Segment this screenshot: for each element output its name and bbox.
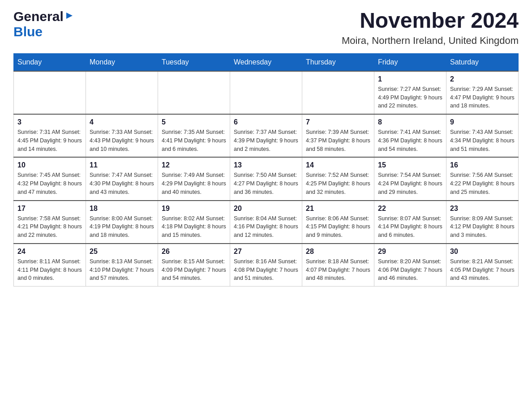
day-number: 22 (378, 205, 442, 213)
day-number: 10 (17, 161, 82, 169)
calendar-cell: 29Sunrise: 8:20 AM Sunset: 4:06 PM Dayli… (374, 244, 446, 287)
day-number: 25 (90, 248, 154, 256)
calendar-header-sunday: Sunday (14, 53, 86, 71)
calendar-cell (230, 71, 302, 114)
calendar-cell: 22Sunrise: 8:07 AM Sunset: 4:14 PM Dayli… (374, 201, 446, 244)
calendar-cell: 21Sunrise: 8:06 AM Sunset: 4:15 PM Dayli… (302, 201, 374, 244)
calendar-cell (14, 71, 86, 114)
calendar-week-row-5: 24Sunrise: 8:11 AM Sunset: 4:11 PM Dayli… (14, 244, 519, 287)
month-title: November 2024 (342, 9, 519, 33)
calendar-header-row: SundayMondayTuesdayWednesdayThursdayFrid… (14, 53, 519, 71)
title-section: November 2024 Moira, Northern Ireland, U… (342, 9, 519, 47)
day-number: 5 (162, 118, 226, 126)
calendar-cell: 10Sunrise: 7:45 AM Sunset: 4:32 PM Dayli… (14, 157, 86, 200)
calendar-week-row-3: 10Sunrise: 7:45 AM Sunset: 4:32 PM Dayli… (14, 157, 519, 200)
calendar-header-tuesday: Tuesday (158, 53, 230, 71)
svg-marker-0 (66, 13, 73, 19)
calendar-cell: 18Sunrise: 8:00 AM Sunset: 4:19 PM Dayli… (86, 201, 158, 244)
day-info: Sunrise: 8:00 AM Sunset: 4:19 PM Dayligh… (90, 214, 154, 240)
calendar-cell (302, 71, 374, 114)
calendar-cell: 17Sunrise: 7:58 AM Sunset: 4:21 PM Dayli… (14, 201, 86, 244)
day-number: 8 (378, 118, 442, 126)
calendar-cell: 1Sunrise: 7:27 AM Sunset: 4:49 PM Daylig… (374, 71, 446, 114)
day-number: 6 (234, 118, 298, 126)
day-number: 27 (234, 248, 298, 256)
day-info: Sunrise: 7:54 AM Sunset: 4:24 PM Dayligh… (378, 171, 442, 196)
logo-general-text: General (13, 9, 64, 24)
day-number: 20 (234, 205, 298, 213)
calendar-cell: 28Sunrise: 8:18 AM Sunset: 4:07 PM Dayli… (302, 244, 374, 287)
calendar-cell: 24Sunrise: 8:11 AM Sunset: 4:11 PM Dayli… (14, 244, 86, 287)
day-number: 3 (17, 118, 82, 126)
day-info: Sunrise: 7:37 AM Sunset: 4:39 PM Dayligh… (234, 128, 298, 153)
day-info: Sunrise: 7:58 AM Sunset: 4:21 PM Dayligh… (17, 214, 82, 240)
day-info: Sunrise: 7:56 AM Sunset: 4:22 PM Dayligh… (450, 171, 515, 196)
calendar-cell: 2Sunrise: 7:29 AM Sunset: 4:47 PM Daylig… (446, 71, 519, 114)
day-info: Sunrise: 8:02 AM Sunset: 4:18 PM Dayligh… (162, 214, 226, 240)
calendar-cell (86, 71, 158, 114)
day-number: 7 (306, 118, 370, 126)
calendar-cell: 6Sunrise: 7:37 AM Sunset: 4:39 PM Daylig… (230, 114, 302, 157)
calendar-header-friday: Friday (374, 53, 446, 71)
calendar-table: SundayMondayTuesdayWednesdayThursdayFrid… (13, 53, 519, 287)
calendar-header-monday: Monday (86, 53, 158, 71)
calendar-cell: 4Sunrise: 7:33 AM Sunset: 4:43 PM Daylig… (86, 114, 158, 157)
calendar-cell: 9Sunrise: 7:43 AM Sunset: 4:34 PM Daylig… (446, 114, 519, 157)
calendar-cell: 14Sunrise: 7:52 AM Sunset: 4:25 PM Dayli… (302, 157, 374, 200)
calendar-cell: 8Sunrise: 7:41 AM Sunset: 4:36 PM Daylig… (374, 114, 446, 157)
calendar-week-row-2: 3Sunrise: 7:31 AM Sunset: 4:45 PM Daylig… (14, 114, 519, 157)
day-info: Sunrise: 7:39 AM Sunset: 4:37 PM Dayligh… (306, 128, 370, 153)
day-number: 16 (450, 161, 515, 169)
page-header: General Blue November 2024 Moira, Northe… (13, 9, 519, 47)
day-number: 26 (162, 248, 226, 256)
calendar-cell: 19Sunrise: 8:02 AM Sunset: 4:18 PM Dayli… (158, 201, 230, 244)
calendar-header-wednesday: Wednesday (230, 53, 302, 71)
day-info: Sunrise: 7:31 AM Sunset: 4:45 PM Dayligh… (17, 128, 82, 153)
calendar-cell: 27Sunrise: 8:16 AM Sunset: 4:08 PM Dayli… (230, 244, 302, 287)
logo-arrow-icon (64, 11, 74, 22)
day-info: Sunrise: 7:35 AM Sunset: 4:41 PM Dayligh… (162, 128, 226, 153)
day-number: 14 (306, 161, 370, 169)
day-info: Sunrise: 8:18 AM Sunset: 4:07 PM Dayligh… (306, 257, 370, 283)
calendar-cell: 26Sunrise: 8:15 AM Sunset: 4:09 PM Dayli… (158, 244, 230, 287)
day-number: 30 (450, 248, 515, 256)
day-number: 4 (90, 118, 154, 126)
day-info: Sunrise: 7:45 AM Sunset: 4:32 PM Dayligh… (17, 171, 82, 196)
day-info: Sunrise: 8:07 AM Sunset: 4:14 PM Dayligh… (378, 214, 442, 240)
calendar-cell: 20Sunrise: 8:04 AM Sunset: 4:16 PM Dayli… (230, 201, 302, 244)
logo: General Blue (13, 9, 74, 39)
calendar-cell: 12Sunrise: 7:49 AM Sunset: 4:29 PM Dayli… (158, 157, 230, 200)
calendar-cell: 15Sunrise: 7:54 AM Sunset: 4:24 PM Dayli… (374, 157, 446, 200)
day-number: 15 (378, 161, 442, 169)
day-info: Sunrise: 8:13 AM Sunset: 4:10 PM Dayligh… (90, 257, 154, 283)
day-info: Sunrise: 7:50 AM Sunset: 4:27 PM Dayligh… (234, 171, 298, 196)
day-number: 24 (17, 248, 82, 256)
day-number: 2 (450, 75, 515, 83)
day-number: 17 (17, 205, 82, 213)
day-info: Sunrise: 7:41 AM Sunset: 4:36 PM Dayligh… (378, 128, 442, 153)
day-info: Sunrise: 7:43 AM Sunset: 4:34 PM Dayligh… (450, 128, 515, 153)
day-info: Sunrise: 7:27 AM Sunset: 4:49 PM Dayligh… (378, 85, 442, 110)
calendar-cell: 3Sunrise: 7:31 AM Sunset: 4:45 PM Daylig… (14, 114, 86, 157)
day-info: Sunrise: 7:33 AM Sunset: 4:43 PM Dayligh… (90, 128, 154, 153)
day-info: Sunrise: 8:20 AM Sunset: 4:06 PM Dayligh… (378, 257, 442, 283)
day-number: 1 (378, 75, 442, 83)
calendar-cell: 5Sunrise: 7:35 AM Sunset: 4:41 PM Daylig… (158, 114, 230, 157)
day-info: Sunrise: 8:09 AM Sunset: 4:12 PM Dayligh… (450, 214, 515, 240)
calendar-cell: 11Sunrise: 7:47 AM Sunset: 4:30 PM Dayli… (86, 157, 158, 200)
day-number: 11 (90, 161, 154, 169)
calendar-header-saturday: Saturday (446, 53, 519, 71)
day-info: Sunrise: 7:47 AM Sunset: 4:30 PM Dayligh… (90, 171, 154, 196)
day-number: 23 (450, 205, 515, 213)
calendar-cell: 25Sunrise: 8:13 AM Sunset: 4:10 PM Dayli… (86, 244, 158, 287)
location-text: Moira, Northern Ireland, United Kingdom (342, 35, 519, 47)
day-number: 12 (162, 161, 226, 169)
calendar-header-thursday: Thursday (302, 53, 374, 71)
day-number: 29 (378, 248, 442, 256)
calendar-week-row-1: 1Sunrise: 7:27 AM Sunset: 4:49 PM Daylig… (14, 71, 519, 114)
day-number: 9 (450, 118, 515, 126)
day-info: Sunrise: 8:21 AM Sunset: 4:05 PM Dayligh… (450, 257, 515, 283)
day-number: 13 (234, 161, 298, 169)
day-info: Sunrise: 8:06 AM Sunset: 4:15 PM Dayligh… (306, 214, 370, 240)
logo-blue-text: Blue (13, 24, 43, 39)
